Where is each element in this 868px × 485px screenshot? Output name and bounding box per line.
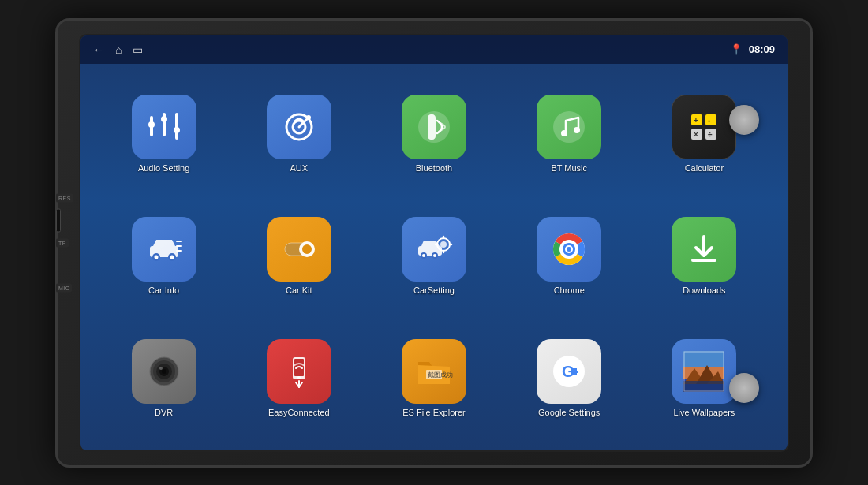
svg-point-28 [154,255,158,259]
app-dvr[interactable]: DVR [96,317,231,439]
bt-music-label: BT Music [551,163,587,173]
app-google-settings[interactable]: G Google Settings [502,317,637,439]
dvr-icon [132,339,196,404]
svg-text:+: + [694,116,698,125]
app-easy-connected[interactable]: EasyConnected [231,317,366,439]
svg-point-58 [159,367,163,370]
easy-connected-icon [267,339,331,404]
svg-point-16 [574,127,580,133]
downloads-icon [672,217,736,282]
mic-label: MIC [56,283,72,292]
car-info-icon [132,217,196,282]
live-wallpapers-label: Live Wallpapers [673,408,735,417]
audio-setting-icon [132,95,196,159]
svg-point-52 [567,247,571,252]
aux-label: AUX [290,163,308,173]
recents-icon[interactable]: ▭ [133,43,143,56]
google-settings-icon: G [537,339,601,404]
app-es-file-explorer[interactable]: 截图成功 ES File Explorer [366,317,501,439]
svg-point-39 [422,254,425,257]
nav-dot: · [154,46,155,53]
app-bt-music[interactable]: BT Music [502,73,637,196]
bt-music-icon [537,95,601,159]
home-icon[interactable]: ⌂ [115,43,122,56]
wallpaper-float-button[interactable] [729,373,759,403]
app-audio-setting[interactable]: Audio Setting [96,73,231,196]
car-kit-icon [267,217,331,282]
chrome-label: Chrome [554,285,585,295]
svg-point-29 [170,255,174,259]
tf-slot [56,208,61,232]
svg-rect-69 [571,371,578,373]
bluetooth-icon [402,95,466,159]
app-downloads[interactable]: Downloads [637,195,772,317]
svg-text:×: × [694,130,698,139]
svg-point-8 [174,127,180,133]
aux-icon [267,95,331,159]
es-file-explorer-label: ES File Explorer [402,408,465,417]
svg-text:截图成功: 截图成功 [428,371,453,379]
dvr-label: DVR [155,408,173,417]
svg-point-14 [553,111,585,143]
side-controls: RES TF MIC [56,193,73,292]
downloads-label: Downloads [683,285,725,295]
chrome-icon [537,217,601,282]
app-bluetooth[interactable]: Bluetooth [366,73,501,196]
app-calculator[interactable]: + - × ÷ Calculator [637,73,772,196]
bluetooth-label: Bluetooth [416,163,452,173]
easy-connected-label: EasyConnected [268,408,330,417]
app-car-info[interactable]: Car Info [96,195,231,317]
svg-point-2 [148,121,155,128]
status-bar: ← ⌂ ▭ · 📍 08:09 [80,35,788,64]
nav-buttons: ← ⌂ ▭ · [93,43,156,56]
svg-point-12 [306,115,311,120]
audio-setting-label: Audio Setting [138,163,189,173]
device: RES TF MIC ← ⌂ ▭ · 📍 08:09 [55,18,813,468]
screen-bezel: ← ⌂ ▭ · 📍 08:09 [79,34,789,452]
live-wallpapers-icon [672,339,736,404]
app-chrome[interactable]: Chrome [502,195,637,317]
svg-point-43 [440,241,447,248]
svg-point-63 [297,376,301,379]
clock: 08:09 [749,43,775,55]
apps-grid: Audio Setting AUX [80,64,788,450]
svg-text:÷: ÷ [708,130,713,139]
svg-point-15 [561,130,567,136]
es-file-explorer-icon: 截图成功 [402,339,466,404]
car-setting-label: CarSetting [413,285,455,295]
screen: ← ⌂ ▭ · 📍 08:09 [80,35,788,450]
res-label: RES [56,193,73,202]
back-icon[interactable]: ← [93,43,104,56]
svg-point-59 [162,369,166,374]
status-right: 📍 08:09 [730,43,775,55]
car-info-label: Car Info [148,285,179,295]
calculator-icon: + - × ÷ [672,95,736,159]
calculator-label: Calculator [685,163,724,173]
car-kit-label: Car Kit [286,285,312,295]
location-icon: 📍 [730,43,743,55]
calculator-float-button[interactable] [729,105,759,135]
svg-point-36 [302,244,312,254]
app-aux[interactable]: AUX [231,73,366,196]
car-setting-icon [402,217,466,282]
tf-label: TF [56,238,69,247]
google-settings-label: Google Settings [538,408,600,417]
svg-point-41 [433,254,436,257]
app-car-setting[interactable]: CarSetting [366,195,501,317]
app-car-kit[interactable]: Car Kit [231,195,366,317]
svg-text:-: - [708,116,710,125]
svg-rect-76 [683,381,724,392]
svg-point-5 [161,116,167,122]
